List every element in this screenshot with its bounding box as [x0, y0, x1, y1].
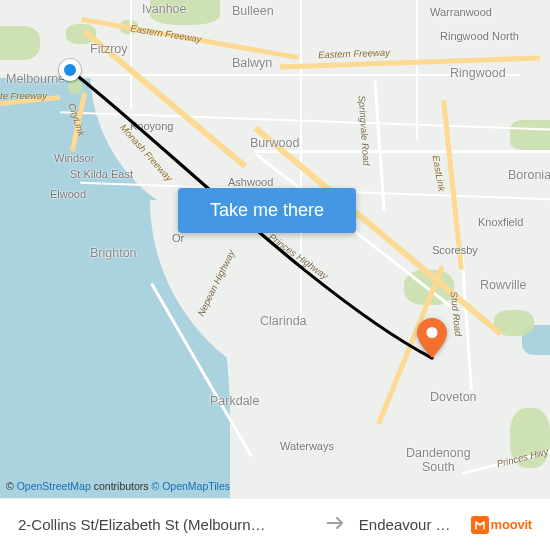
place-melbourne: Melbourne — [6, 72, 65, 86]
place-kooyong: Kooyong — [130, 120, 173, 132]
take-me-there-button[interactable]: Take me there — [178, 188, 356, 233]
origin-marker-ring — [59, 59, 81, 81]
map-pin-icon — [417, 318, 447, 358]
green-4 — [0, 26, 40, 60]
road-minor — [300, 0, 302, 320]
place-elwood: Elwood — [50, 188, 86, 200]
place-ivanhoe: Ivanhoe — [142, 2, 186, 16]
road-minor — [416, 0, 418, 140]
route-origin-text: 2-Collins St/Elizabeth St (Melbourn… — [18, 516, 313, 533]
place-burwood: Burwood — [250, 136, 299, 150]
origin-marker-dot — [64, 64, 76, 76]
moovit-logo-icon — [471, 516, 489, 534]
place-st-kilda-east: St Kilda East — [70, 168, 133, 180]
place-bulleen: Bulleen — [232, 4, 274, 18]
label-west-gate-fwy: te Freeway — [0, 90, 47, 101]
attrib-omt-link[interactable]: © OpenMapTiles — [152, 480, 231, 492]
moovit-brand-text: moovit — [491, 517, 532, 532]
green-9 — [68, 80, 82, 94]
route-summary-bar[interactable]: 2-Collins St/Elizabeth St (Melbourn… End… — [0, 498, 550, 550]
road-minor — [254, 150, 550, 153]
road-minor — [130, 0, 132, 110]
destination-marker[interactable] — [417, 318, 447, 358]
place-ashwood: Ashwood — [228, 176, 273, 188]
place-dandenong-south: Dandenong South — [406, 446, 471, 474]
place-scoresby: Scoresby — [432, 244, 478, 256]
attrib-prefix: © — [6, 480, 17, 492]
place-clarinda: Clarinda — [260, 314, 307, 328]
place-waterways: Waterways — [280, 440, 334, 452]
place-rowville: Rowville — [480, 278, 527, 292]
place-windsor: Windsor — [54, 152, 94, 164]
cta-label: Take me there — [210, 200, 324, 220]
attrib-osm-link[interactable]: OpenStreetMap — [17, 480, 91, 492]
arrow-right-icon — [327, 514, 345, 535]
place-or: Or — [172, 232, 184, 244]
attrib-mid: contributors — [91, 480, 152, 492]
place-warranwood: Warranwood — [430, 6, 492, 18]
place-fitzroy: Fitzroy — [90, 42, 128, 56]
green-2 — [510, 120, 550, 150]
map-attribution: © OpenStreetMap contributors © OpenMapTi… — [6, 480, 230, 492]
place-parkdale: Parkdale — [210, 394, 259, 408]
place-ringwood: Ringwood — [450, 66, 506, 80]
map-container[interactable]: Eastern Freeway Eastern Freeway te Freew… — [0, 0, 550, 550]
place-knoxfield: Knoxfield — [478, 216, 523, 228]
place-ringwood-north: Ringwood North — [440, 30, 519, 42]
place-balwyn: Balwyn — [232, 56, 272, 70]
origin-marker[interactable] — [59, 59, 81, 81]
moovit-brand[interactable]: moovit — [471, 516, 532, 534]
route-destination-text: Endeavour … — [359, 516, 451, 533]
svg-point-0 — [427, 327, 438, 338]
place-boronia: Boronia — [508, 168, 550, 182]
place-brighton: Brighton — [90, 246, 137, 260]
place-doveton: Doveton — [430, 390, 477, 404]
